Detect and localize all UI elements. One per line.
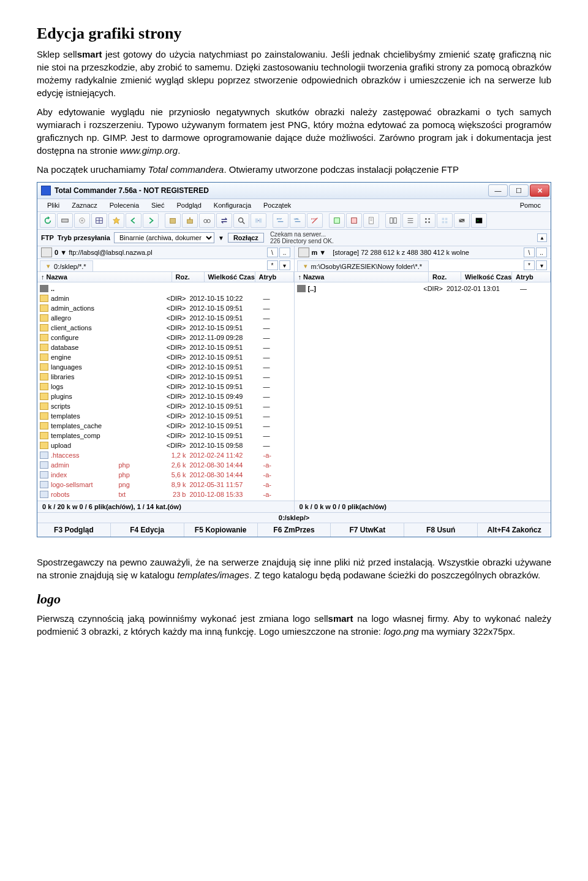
svg-point-2	[81, 220, 83, 222]
altf4-button[interactable]: Alt+F4 Zakończ	[478, 523, 551, 537]
root-button[interactable]: \	[524, 248, 535, 257]
glasses-icon[interactable]	[199, 213, 215, 228]
file-size: <DIR>	[143, 304, 190, 312]
back-icon[interactable]	[126, 213, 141, 228]
file-row[interactable]: database<DIR>2012-10-15 09:51—	[37, 342, 294, 352]
sync-icon[interactable]	[251, 213, 266, 228]
maximize-button[interactable]: ☐	[509, 184, 529, 197]
file-row[interactable]: admin_actions<DIR>2012-10-15 09:51—	[37, 303, 294, 313]
pack-icon[interactable]	[165, 213, 181, 228]
f6-button[interactable]: F6 ZmPrzes	[258, 523, 331, 537]
file-row[interactable]: logo-sellsmartpng8,9 k2012-05-31 11:57-a…	[37, 480, 294, 490]
file-name: database	[51, 344, 119, 351]
invert-icon[interactable]	[454, 213, 470, 228]
scroll-up[interactable]: ▲	[537, 233, 547, 242]
file-row[interactable]: ..	[37, 284, 294, 293]
shell-icon[interactable]: >	[471, 213, 487, 228]
forward-icon[interactable]	[143, 213, 159, 228]
swap-icon[interactable]	[216, 213, 232, 228]
left-pane[interactable]: ↑ Nazwa Roz. Wielkość Czas Atryb ..admin…	[37, 272, 294, 501]
f3-button[interactable]: F3 Podgląd	[37, 523, 111, 537]
file-row[interactable]: templates_cache<DIR>2012-10-15 09:51—	[37, 421, 294, 431]
table-icon[interactable]	[91, 213, 107, 228]
close-button[interactable]: ✕	[530, 184, 549, 197]
notepad-icon[interactable]	[363, 213, 379, 228]
ftp-disconnect-icon[interactable]: FTP	[307, 213, 323, 228]
drive-icon[interactable]	[57, 213, 73, 228]
tool2-icon[interactable]	[346, 213, 362, 228]
minimize-button[interactable]: —	[488, 184, 508, 197]
folder-icon	[40, 373, 48, 380]
ftp-disconnect-button[interactable]: Rozłącz	[228, 233, 264, 243]
left-file-list[interactable]: ..admin<DIR>2012-10-15 10:22—admin_actio…	[37, 282, 294, 501]
right-pane[interactable]: ↑ Nazwa Roz. Wielkość Czas Atryb [..]<DI…	[294, 272, 551, 501]
file-attr: -a-	[263, 452, 294, 459]
view-brief-icon[interactable]	[385, 213, 401, 228]
ftp-url-icon[interactable]: URL	[290, 213, 306, 228]
right-file-list[interactable]: [..]<DIR>2012-02-01 13:01—	[295, 282, 551, 501]
menu-podglad[interactable]: Podgląd	[170, 200, 207, 210]
ftp-mode-select[interactable]: Binarnie (archiwa, dokumer	[114, 232, 214, 243]
fav-button[interactable]: *	[524, 260, 535, 270]
file-row[interactable]: languages<DIR>2012-10-15 09:51—	[37, 362, 294, 372]
file-row[interactable]: engine<DIR>2012-10-15 09:51—	[37, 352, 294, 362]
f7-button[interactable]: F7 UtwKat	[331, 523, 404, 537]
menu-konfiguracja[interactable]: Konfiguracja	[208, 200, 257, 210]
file-size: <DIR>	[143, 412, 190, 420]
file-row[interactable]: upload<DIR>2012-10-15 09:58—	[37, 441, 294, 450]
menu-siec[interactable]: Sieć	[145, 200, 170, 210]
view-tree-icon[interactable]	[420, 213, 435, 228]
file-row[interactable]: logs<DIR>2012-10-15 09:51—	[37, 382, 294, 391]
star-icon[interactable]	[108, 213, 124, 228]
file-row[interactable]: templates<DIR>2012-10-15 09:51—	[37, 411, 294, 421]
file-row[interactable]: scripts<DIR>2012-10-15 09:51—	[37, 401, 294, 411]
menu-poczatek[interactable]: Początek	[257, 200, 297, 210]
col-headers[interactable]: ↑ Nazwa Roz. Wielkość Czas Atryb	[295, 272, 551, 282]
ftp-connect-icon[interactable]: FTP	[273, 213, 288, 228]
drive-icon[interactable]	[298, 248, 309, 257]
right-tab[interactable]: ▾ m:\Osoby\GRZESIEK\Nowy folder\*.*	[297, 260, 429, 271]
svg-text:>: >	[477, 219, 479, 222]
file-row[interactable]: [..]<DIR>2012-02-01 13:01—	[295, 284, 551, 293]
up-button[interactable]: ..	[536, 248, 547, 257]
menu-polecenia[interactable]: Polecenia	[104, 200, 145, 210]
drive-icon[interactable]	[41, 248, 52, 257]
search-icon[interactable]	[233, 213, 249, 228]
hist-button[interactable]: ▾	[279, 260, 290, 270]
file-row[interactable]: adminphp2,6 k2012-08-30 14:44-a-	[37, 460, 294, 470]
unpack-icon[interactable]	[182, 213, 198, 228]
hist-button[interactable]: ▾	[536, 260, 547, 270]
file-size: <DIR>	[143, 354, 190, 361]
refresh-icon[interactable]	[40, 213, 56, 228]
titlebar: Total Commander 7.56a - NOT REGISTERED —…	[37, 183, 551, 199]
file-row[interactable]: allegro<DIR>2012-10-15 09:51—	[37, 313, 294, 323]
view-thumbs-icon[interactable]	[437, 213, 453, 228]
left-tab[interactable]: ▾ 0:/sklep/*.*	[40, 260, 93, 271]
filename: logo.png	[383, 626, 419, 637]
file-row[interactable]: templates_comp<DIR>2012-10-15 09:51—	[37, 431, 294, 441]
view-full-icon[interactable]	[402, 213, 418, 228]
fav-button[interactable]: *	[267, 260, 278, 270]
col-headers[interactable]: ↑ Nazwa Roz. Wielkość Czas Atryb	[37, 272, 294, 282]
menu-pliki[interactable]: Pliki	[41, 200, 66, 210]
file-row[interactable]: admin<DIR>2012-10-15 10:22—	[37, 293, 294, 303]
up-button[interactable]: ..	[279, 248, 290, 257]
command-line[interactable]: 0:/sklep/>	[37, 512, 551, 523]
file-row[interactable]: client_actions<DIR>2012-10-15 09:51—	[37, 323, 294, 333]
file-row[interactable]: indexphp5,6 k2012-08-30 14:44-a-	[37, 470, 294, 480]
right-drive-letter[interactable]: m	[312, 249, 318, 256]
f8-button[interactable]: F8 Usuń	[404, 523, 478, 537]
root-button[interactable]: \	[267, 248, 278, 257]
f5-button[interactable]: F5 Kopiowanie	[184, 523, 258, 537]
menu-pomoc[interactable]: Pomoc	[514, 200, 547, 210]
file-row[interactable]: .htaccess1,2 k2012-02-24 11:42-a-	[37, 450, 294, 460]
tool1-icon[interactable]	[329, 213, 345, 228]
file-row[interactable]: plugins<DIR>2012-10-15 09:49—	[37, 391, 294, 401]
cd-icon[interactable]	[74, 213, 90, 228]
folder-icon	[40, 442, 48, 449]
file-row[interactable]: configure<DIR>2012-11-09 09:28—	[37, 333, 294, 342]
menu-zaznacz[interactable]: Zaznacz	[66, 200, 104, 210]
f4-button[interactable]: F4 Edycja	[111, 523, 184, 537]
file-row[interactable]: libraries<DIR>2012-10-15 09:51—	[37, 372, 294, 382]
file-row[interactable]: robotstxt23 b2010-12-08 15:33-a-	[37, 490, 294, 499]
